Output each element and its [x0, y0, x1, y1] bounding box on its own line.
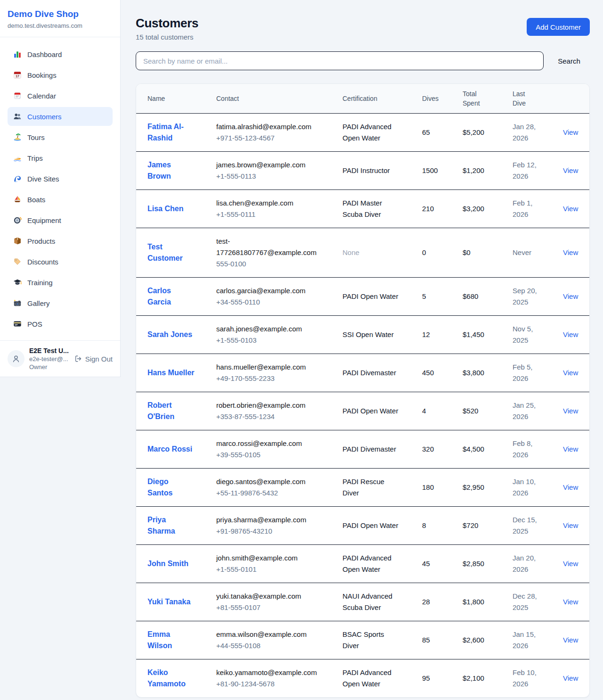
view-customer-link[interactable]: View [563, 248, 578, 256]
speedboat-icon [13, 154, 22, 162]
credit-card-icon [13, 320, 22, 328]
search-input[interactable] [136, 51, 544, 70]
customer-email: diego.santos@example.com [216, 476, 322, 487]
customer-phone: +353-87-555-1234 [216, 411, 342, 422]
add-customer-button[interactable]: Add Customer [527, 18, 590, 36]
sidebar-item-training[interactable]: Training [8, 273, 113, 292]
sign-out-button[interactable]: Sign Out [74, 355, 113, 363]
customer-name-link[interactable]: John Smith [147, 558, 195, 569]
svg-text:17: 17 [16, 74, 19, 78]
customer-phone: +1-555-0103 [216, 335, 342, 346]
customer-dives: 180 [422, 469, 463, 507]
sidebar-item-customers[interactable]: Customers [8, 107, 113, 126]
customer-name-link[interactable]: Fatima Al-Rashid [147, 121, 195, 144]
calendar-icon [13, 91, 22, 100]
customer-name-link[interactable]: Carlos Garcia [147, 285, 195, 308]
table-header-row: Name Contact Certification Dives Total S… [136, 84, 590, 114]
customer-name-link[interactable]: Yuki Tanaka [147, 596, 195, 608]
view-customer-link[interactable]: View [563, 205, 578, 213]
sidebar-item-discounts[interactable]: Discounts [8, 252, 113, 271]
customer-total-spent: $680 [463, 278, 513, 316]
customer-name-link[interactable]: Sarah Jones [147, 329, 195, 340]
sidebar-item-boats[interactable]: Boats [8, 190, 113, 209]
package-icon [13, 237, 22, 245]
sidebar-item-bookings[interactable]: 17 Bookings [8, 66, 113, 84]
table-row: Hans Mueller hans.mueller@example.com +4… [136, 354, 590, 392]
sidebar-item-calendar[interactable]: Calendar [8, 86, 113, 105]
customer-name-link[interactable]: James Brown [147, 159, 195, 182]
column-header-total-spent: Total Spent [463, 84, 513, 114]
view-customer-link[interactable]: View [563, 560, 578, 568]
customer-name-link[interactable]: Hans Mueller [147, 367, 195, 379]
customer-total-spent: $520 [463, 392, 513, 430]
customer-phone: +55-11-99876-5432 [216, 487, 342, 499]
customer-last-dive: Feb 10, 2026 [513, 667, 542, 690]
column-header-name: Name [136, 84, 216, 114]
sidebar-item-pos[interactable]: POS [8, 314, 113, 333]
bar-chart-icon [13, 50, 22, 58]
column-header-certification: Certification [342, 84, 422, 114]
avatar [8, 350, 24, 367]
customer-email: hans.mueller@example.com [216, 362, 322, 373]
customer-name-link[interactable]: Priya Sharma [147, 514, 195, 537]
sailboat-icon [13, 195, 22, 204]
view-customer-link[interactable]: View [563, 369, 578, 377]
view-customer-link[interactable]: View [563, 598, 578, 606]
customer-name-link[interactable]: Test Customer [147, 241, 195, 264]
customer-dives: 85 [422, 621, 463, 659]
view-customer-link[interactable]: View [563, 330, 578, 338]
customer-name-link[interactable]: Lisa Chen [147, 203, 195, 214]
customer-last-dive: Sep 20, 2025 [513, 285, 542, 308]
island-icon [13, 133, 22, 141]
customer-certification: PADI Advanced Open Water [342, 667, 401, 690]
view-customer-link[interactable]: View [563, 674, 578, 682]
page-header: Customers 15 total customers Add Custome… [136, 16, 590, 41]
sidebar-item-tours[interactable]: Tours [8, 128, 113, 147]
view-customer-link[interactable]: View [563, 128, 578, 136]
view-customer-link[interactable]: View [563, 292, 578, 300]
people-icon [13, 112, 22, 121]
customer-certification: PADI Advanced Open Water [342, 121, 401, 144]
sidebar-item-gallery[interactable]: Gallery [8, 294, 113, 313]
customer-total-spent: $1,200 [463, 152, 513, 190]
view-customer-link[interactable]: View [563, 166, 578, 174]
view-customer-link[interactable]: View [563, 407, 578, 415]
customer-email: robert.obrien@example.com [216, 400, 322, 411]
table-row: Lisa Chen lisa.chen@example.com +1-555-0… [136, 190, 590, 228]
customer-name-link[interactable]: Diego Santos [147, 476, 195, 499]
sidebar: Demo Dive Shop demo.test.divestreams.com… [0, 0, 121, 377]
customer-email: test-1772681807767@example.com [216, 236, 322, 258]
customer-email: lisa.chen@example.com [216, 198, 322, 209]
person-icon [11, 354, 21, 363]
sidebar-item-equipment[interactable]: Equipment [8, 211, 113, 230]
sidebar-item-trips[interactable]: Trips [8, 148, 113, 167]
sidebar-item-products[interactable]: Products [8, 231, 113, 250]
customer-total-spent: $1,800 [463, 583, 513, 621]
customer-name-link[interactable]: Emma Wilson [147, 629, 195, 651]
page-title: Customers [136, 16, 198, 30]
customer-certification: PADI Instructor [342, 165, 401, 176]
customer-total-spent: $2,100 [463, 659, 513, 698]
customer-phone: +49-170-555-2233 [216, 373, 342, 384]
view-customer-link[interactable]: View [563, 521, 578, 529]
customer-name-link[interactable]: Marco Rossi [147, 444, 195, 455]
customer-name-link[interactable]: Keiko Yamamoto [147, 667, 195, 690]
customer-dives: 8 [422, 507, 463, 545]
customer-phone: +81-90-1234-5678 [216, 678, 342, 690]
customer-name-link[interactable]: Robert O'Brien [147, 400, 195, 422]
view-customer-link[interactable]: View [563, 483, 578, 491]
search-button[interactable]: Search [548, 57, 590, 65]
sidebar-item-dive-sites[interactable]: Dive Sites [8, 169, 113, 188]
view-customer-link[interactable]: View [563, 445, 578, 453]
customer-phone: +91-98765-43210 [216, 526, 342, 537]
customer-last-dive: Jan 10, 2026 [513, 476, 542, 499]
view-customer-link[interactable]: View [563, 636, 578, 644]
customer-total-spent: $1,450 [463, 316, 513, 354]
customer-certification: PADI Divemaster [342, 444, 401, 455]
customers-table: Name Contact Certification Dives Total S… [136, 84, 590, 697]
user-name: E2E Test U... [29, 346, 70, 355]
customer-dives: 0 [422, 228, 463, 278]
sidebar-item-dashboard[interactable]: Dashboard [8, 45, 113, 64]
customer-certification: PADI Divemaster [342, 367, 401, 379]
customer-last-dive: Feb 8, 2026 [513, 438, 542, 461]
